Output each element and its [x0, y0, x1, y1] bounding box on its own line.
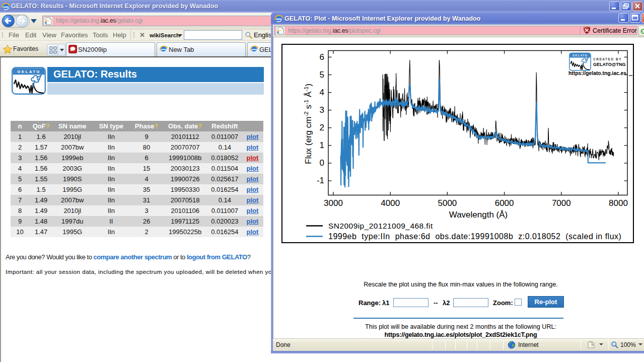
- svg-text:5: 5: [320, 70, 324, 80]
- svg-text:https://gelato.tng.iac.es: https://gelato.tng.iac.es: [568, 70, 626, 76]
- svg-text:4000: 4000: [381, 198, 400, 208]
- svg-text:8000: 8000: [609, 198, 628, 208]
- svg-text:7000: 7000: [552, 198, 571, 208]
- svg-text:0: 0: [320, 158, 324, 168]
- svg-text:CREATED BY: CREATED BY: [593, 57, 622, 61]
- svg-text:Wavelength (Å): Wavelength (Å): [449, 210, 508, 220]
- svg-text:6000: 6000: [495, 198, 514, 208]
- svg-text:GELATO: GELATO: [17, 69, 40, 74]
- svg-text:3: 3: [320, 105, 324, 115]
- svg-text:6: 6: [320, 52, 324, 62]
- svg-text:-1: -1: [317, 176, 324, 185]
- svg-text:1: 1: [320, 140, 324, 150]
- svg-text:1999eb type:IIn phase:6d ob: 1999eb type:IIn phase:6d obs.date:199910…: [328, 232, 621, 241]
- svg-text:3000: 3000: [324, 198, 343, 208]
- svg-text:2: 2: [320, 123, 324, 132]
- svg-text:Flux (erg cm-2 s-1 Å-1): Flux (erg cm-2 s-1 Å-1): [303, 84, 313, 164]
- svg-text:GELATO: GELATO: [573, 54, 588, 57]
- svg-text:GELATO@TNG: GELATO@TNG: [593, 62, 625, 67]
- svg-text:SN2009ip_20121009_468.fit: SN2009ip_20121009_468.fit: [328, 222, 433, 230]
- svg-text:5000: 5000: [438, 198, 457, 208]
- svg-text:4: 4: [320, 88, 324, 97]
